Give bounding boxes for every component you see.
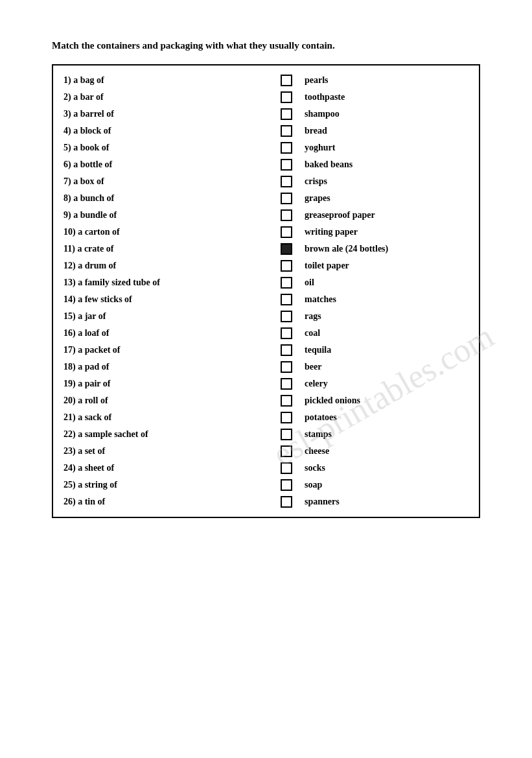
left-label: 4) a block of [53,126,273,136]
checkbox[interactable] [281,378,292,390]
right-label: toothpaste [299,92,479,102]
checkbox[interactable] [281,479,292,491]
table-row: 14) a few sticks ofmatches [53,291,479,308]
checkbox[interactable] [281,429,292,440]
right-label: brown ale (24 bottles) [299,244,479,254]
checkbox[interactable] [281,496,292,508]
table-row: 25) a string ofsoap [53,477,479,493]
checkbox-col [273,496,299,508]
checkbox-col [273,193,299,204]
right-label: cheese [299,446,479,456]
checkbox[interactable] [281,277,292,289]
table-row: 3) a barrel ofshampoo [53,106,479,123]
checkbox[interactable] [281,91,292,103]
table-row: 10) a carton ofwriting paper [53,224,479,241]
checkbox[interactable] [281,260,292,272]
left-label: 6) a bottle of [53,160,273,170]
table-row: 12) a drum oftoilet paper [53,257,479,274]
right-label: writing paper [299,227,479,237]
left-label: 26) a tin of [53,497,273,507]
checkbox[interactable] [281,412,292,423]
left-label: 9) a bundle of [53,210,273,220]
table-row: 1) a bag ofpearls [53,72,479,89]
checkbox[interactable] [281,75,292,86]
left-label: 7) a box of [53,176,273,187]
right-label: matches [299,294,479,305]
table-row: 17) a packet oftequila [53,342,479,359]
left-label: 3) a barrel of [53,109,273,119]
checkbox[interactable] [281,226,292,238]
checkbox[interactable] [281,445,292,457]
left-label: 22) a sample sachet of [53,429,273,440]
left-label: 24) a sheet of [53,463,273,473]
right-label: spanners [299,497,479,507]
checkbox-col [273,294,299,305]
checkbox[interactable] [281,142,292,154]
table-row: 5) a book ofyoghurt [53,139,479,156]
left-label: 11) a crate of [53,244,273,254]
checkbox[interactable] [281,243,292,255]
checkbox-col [273,209,299,221]
checkbox-col [273,75,299,86]
right-label: grapes [299,193,479,204]
right-label: shampoo [299,109,479,119]
table-row: 21) a sack ofpotatoes [53,409,479,426]
checkbox[interactable] [281,361,292,373]
left-label: 2) a bar of [53,92,273,102]
table-row: 22) a sample sachet ofstamps [53,426,479,443]
table-row: 4) a block ofbread [53,123,479,139]
checkbox[interactable] [281,159,292,171]
left-label: 17) a packet of [53,345,273,355]
worksheet-box: 1) a bag ofpearls2) a bar oftoothpaste3)… [52,64,480,518]
right-label: baked beans [299,160,479,170]
checkbox[interactable] [281,193,292,204]
checkbox-col [273,378,299,390]
table-row: 20) a roll ofpickled onions [53,392,479,409]
left-label: 20) a roll of [53,396,273,406]
checkbox[interactable] [281,344,292,356]
checkbox[interactable] [281,327,292,339]
right-label: rags [299,311,479,322]
checkbox[interactable] [281,125,292,137]
checkbox[interactable] [281,294,292,305]
table-row: 11) a crate ofbrown ale (24 bottles) [53,241,479,257]
left-label: 13) a family sized tube of [53,278,273,288]
checkbox[interactable] [281,108,292,120]
table-row: 8) a bunch ofgrapes [53,190,479,207]
left-label: 12) a drum of [53,261,273,271]
table-row: 26) a tin ofspanners [53,493,479,510]
checkbox-col [273,429,299,440]
checkbox-col [273,260,299,272]
checkbox-col [273,108,299,120]
checkbox-col [273,361,299,373]
right-label: coal [299,328,479,338]
right-label: yoghurt [299,143,479,153]
checkbox-col [273,142,299,154]
right-label: oil [299,278,479,288]
checkbox-col [273,176,299,187]
table-row: 24) a sheet ofsocks [53,460,479,477]
left-label: 19) a pair of [53,379,273,389]
right-label: celery [299,379,479,389]
checkbox-col [273,445,299,457]
table-row: 19) a pair ofcelery [53,375,479,392]
checkbox[interactable] [281,462,292,474]
right-label: bread [299,126,479,136]
left-label: 23) a set of [53,446,273,456]
right-label: toilet paper [299,261,479,271]
checkbox[interactable] [281,395,292,407]
checkbox[interactable] [281,176,292,187]
checkbox-col [273,226,299,238]
checkbox-col [273,395,299,407]
page: Match the containers and packaging with … [52,39,480,518]
checkbox[interactable] [281,209,292,221]
right-label: soap [299,480,479,490]
table-row: 9) a bundle ofgreaseproof paper [53,207,479,224]
right-label: pickled onions [299,396,479,406]
left-label: 21) a sack of [53,412,273,423]
checkbox[interactable] [281,311,292,322]
left-label: 25) a string of [53,480,273,490]
table-row: 7) a box ofcrisps [53,173,479,190]
checkbox-col [273,311,299,322]
checkbox-col [273,412,299,423]
